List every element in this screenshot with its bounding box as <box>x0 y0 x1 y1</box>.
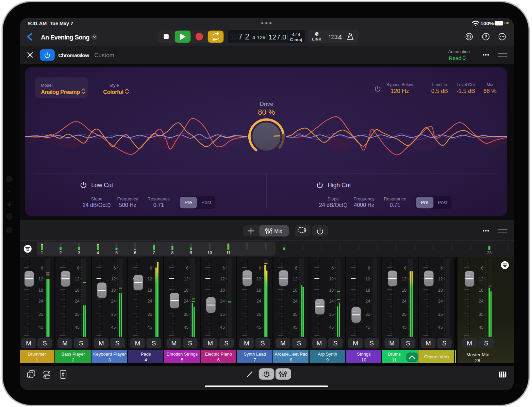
svg-text:35: 35 <box>111 312 116 316</box>
svg-text:S: S <box>442 339 447 346</box>
svg-text:45: 45 <box>365 325 370 329</box>
svg-text:M: M <box>207 339 213 346</box>
svg-text:Chorus Verb: Chorus Verb <box>424 354 449 359</box>
svg-text:2: 2 <box>245 32 249 41</box>
svg-text:M: M <box>280 339 285 346</box>
svg-text:M: M <box>389 339 395 346</box>
svg-text:3: 3 <box>78 250 80 255</box>
svg-text:Level In: Level In <box>432 82 447 87</box>
svg-text:Bypass Below: Bypass Below <box>386 82 413 87</box>
svg-text:35: 35 <box>147 312 152 316</box>
svg-text:Colorful: Colorful <box>103 89 123 95</box>
svg-text:24 dB/Oct: 24 dB/Oct <box>319 202 343 208</box>
svg-text:28: 28 <box>475 358 480 363</box>
svg-text:18: 18 <box>147 288 152 292</box>
svg-text:18: 18 <box>479 288 483 292</box>
svg-text:35: 35 <box>365 312 370 316</box>
svg-text:10: 10 <box>361 357 366 362</box>
svg-text:Arcade...eet Pad: Arcade...eet Pad <box>275 352 307 357</box>
svg-text:M: M <box>171 339 177 346</box>
svg-text:Model: Model <box>41 83 52 88</box>
svg-text:6: 6 <box>368 265 370 270</box>
svg-text:Post: Post <box>438 200 447 205</box>
svg-text:M: M <box>353 339 358 346</box>
svg-text:Frequency: Frequency <box>353 196 375 201</box>
svg-text:24: 24 <box>329 298 334 303</box>
svg-text:1: 1 <box>35 357 38 362</box>
svg-text:M: M <box>426 339 431 346</box>
svg-text:M: M <box>135 339 140 346</box>
svg-text:12: 12 <box>147 276 152 281</box>
svg-text:S: S <box>297 339 301 346</box>
svg-text:12: 12 <box>365 276 370 281</box>
svg-text:S: S <box>188 339 192 346</box>
svg-text:24 dB/Oct: 24 dB/Oct <box>82 202 107 208</box>
svg-text:Arp Synth: Arp Synth <box>318 352 337 357</box>
svg-text:S: S <box>333 339 337 346</box>
svg-text:1: 1 <box>41 250 43 255</box>
svg-text:35: 35 <box>220 312 225 316</box>
svg-text:Pre: Pre <box>421 200 428 205</box>
svg-text:5: 5 <box>181 357 183 362</box>
svg-text:3: 3 <box>108 357 111 362</box>
svg-text:500 Hz: 500 Hz <box>119 202 136 208</box>
svg-text:35: 35 <box>184 312 188 316</box>
svg-text:10: 10 <box>207 250 212 255</box>
svg-text:Custom: Custom <box>94 52 114 58</box>
svg-text:Resonance: Resonance <box>384 196 406 201</box>
svg-text:45: 45 <box>438 325 443 329</box>
svg-text:12: 12 <box>184 276 188 281</box>
svg-text:High Cut: High Cut <box>328 182 351 189</box>
svg-text:Drummer: Drummer <box>28 352 46 357</box>
svg-text:Strings: Strings <box>357 352 371 357</box>
svg-text:12: 12 <box>479 276 483 281</box>
svg-text:24: 24 <box>111 298 116 303</box>
svg-text:Pads: Pads <box>141 352 151 357</box>
svg-text:S: S <box>369 339 374 346</box>
svg-text:Emotion Strings: Emotion Strings <box>166 352 198 357</box>
svg-text:8: 8 <box>290 357 292 362</box>
svg-text:6: 6 <box>222 265 225 270</box>
svg-text:35: 35 <box>329 312 334 316</box>
svg-text:Frequency: Frequency <box>117 196 138 201</box>
svg-text:35: 35 <box>438 312 443 316</box>
svg-text:M: M <box>316 339 322 346</box>
svg-text:4 / 4: 4 / 4 <box>292 32 300 37</box>
svg-text:12: 12 <box>38 276 43 281</box>
svg-text:18: 18 <box>74 288 79 292</box>
svg-text:6: 6 <box>404 265 406 270</box>
svg-text:12: 12 <box>438 276 443 281</box>
svg-text:Keyboard Player: Keyboard Player <box>93 352 126 357</box>
svg-text:68 %: 68 % <box>483 88 497 94</box>
svg-text:Analog Preamp: Analog Preamp <box>41 89 80 95</box>
svg-text:6: 6 <box>440 265 443 270</box>
svg-text:0.5 dB: 0.5 dB <box>431 88 448 94</box>
svg-text:12: 12 <box>402 276 406 281</box>
svg-text:Mix: Mix <box>486 82 493 87</box>
svg-text:11: 11 <box>226 250 231 255</box>
svg-text:18: 18 <box>438 288 443 292</box>
svg-text:7: 7 <box>253 357 256 362</box>
svg-text:Master Mix: Master Mix <box>466 352 489 357</box>
svg-text:35: 35 <box>402 312 406 316</box>
svg-text:S: S <box>406 339 410 346</box>
svg-text:-1.5 dB: -1.5 dB <box>456 88 475 94</box>
svg-text:1: 1 <box>329 34 331 39</box>
svg-text:35: 35 <box>38 312 43 316</box>
svg-text:11: 11 <box>392 357 396 362</box>
svg-text:Post: Post <box>201 200 211 205</box>
svg-text:Bass Player: Bass Player <box>61 352 85 357</box>
svg-text:28: 28 <box>487 250 492 255</box>
svg-text:6: 6 <box>41 265 43 270</box>
svg-text:120 Hz: 120 Hz <box>390 88 409 94</box>
svg-text:Level Out: Level Out <box>456 82 475 87</box>
svg-text:45: 45 <box>74 325 79 329</box>
svg-text:4: 4 <box>338 33 342 40</box>
svg-text:12: 12 <box>256 276 261 281</box>
svg-text:6: 6 <box>150 265 152 270</box>
svg-text:6: 6 <box>295 265 297 270</box>
svg-text:80 %: 80 % <box>258 108 275 116</box>
svg-text:S: S <box>151 339 156 346</box>
svg-text:12: 12 <box>220 276 225 281</box>
svg-text:18: 18 <box>402 288 406 292</box>
